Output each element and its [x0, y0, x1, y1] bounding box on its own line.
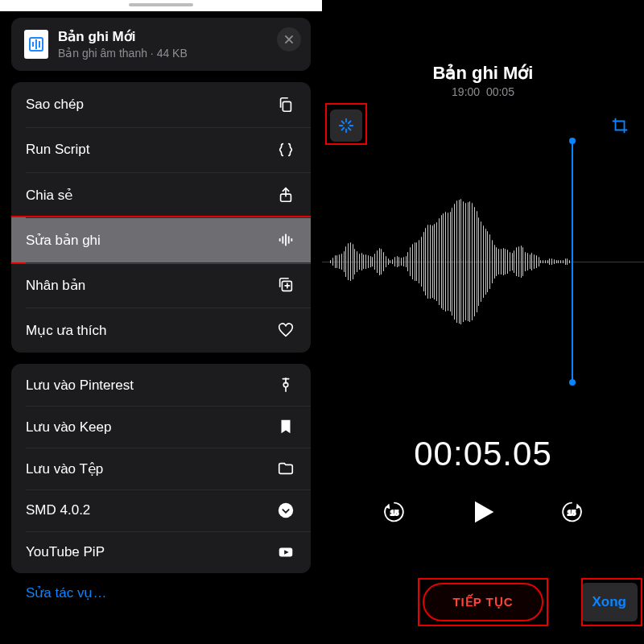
menu-item-label: Run Script [26, 142, 89, 158]
bottom-bar: TIẾP TỤC Xong [322, 567, 644, 626]
menu-item-label: YouTube PiP [26, 544, 105, 560]
continue-button[interactable]: TIẾP TỤC [423, 583, 543, 621]
current-time: 00:05.05 [322, 435, 644, 473]
copy-icon [275, 94, 296, 115]
menu-item-label: Lưu vào Keep [26, 419, 111, 436]
waveform-icon [275, 229, 296, 250]
svg-point-9 [279, 503, 293, 518]
notch [423, 0, 543, 19]
menu-item-save-pinterest[interactable]: Lưu vào Pinterest [11, 364, 311, 406]
crop-icon [611, 117, 629, 134]
svg-rect-3 [282, 237, 283, 244]
transport-controls: 15 15 [322, 491, 644, 533]
waveform [330, 141, 572, 382]
recording-title: Bản ghi Mới [322, 63, 644, 84]
actions-group-1: Sao chép Run Script Chia sẻ [11, 82, 311, 353]
menu-item-share[interactable]: Chia sẻ [11, 172, 311, 217]
playhead[interactable] [572, 141, 573, 382]
menu-item-label: Sửa bản ghi [26, 232, 101, 249]
menu-item-label: Lưu vào Pinterest [26, 377, 134, 394]
bookmark-icon [275, 416, 296, 437]
menu-item-label: SMD 4.0.2 [26, 502, 90, 518]
menu-item-copy[interactable]: Sao chép [11, 82, 311, 127]
svg-text:15: 15 [390, 508, 399, 517]
menu-item-label: Nhân bản [26, 277, 85, 294]
waveform-area[interactable] [322, 141, 644, 382]
chevron-circle-icon [275, 500, 296, 521]
menu-item-label: Mục ưa thích [26, 322, 106, 339]
menu-item-favorite[interactable]: Mục ưa thích [11, 308, 311, 353]
recording-subtitle: 19:00 00:05 [322, 85, 644, 98]
voice-editor-screen: Bản ghi Mới 19:00 00:05 00:05.05 15 15 [322, 0, 644, 644]
svg-rect-6 [291, 239, 292, 242]
skip-back-icon: 15 [381, 498, 408, 526]
sheet-grabber[interactable] [129, 3, 193, 6]
duplicate-icon [275, 275, 296, 295]
audio-file-icon [24, 30, 48, 59]
folder-icon [275, 458, 296, 479]
menu-item-run-script[interactable]: Run Script [11, 127, 311, 172]
context-menu-screen: Bản ghi Mới Bản ghi âm thanh · 44 KB Sao… [0, 0, 322, 644]
close-button[interactable] [277, 27, 301, 52]
recording-length: 00:05 [486, 85, 514, 98]
svg-rect-5 [288, 237, 290, 244]
menu-item-label: Lưu vào Tệp [26, 460, 103, 477]
svg-rect-2 [279, 239, 281, 242]
svg-rect-0 [283, 102, 291, 112]
svg-rect-4 [285, 234, 287, 246]
actions-group-2: Lưu vào Pinterest Lưu vào Keep Lưu vào T… [11, 364, 311, 573]
menu-item-label: Chia sẻ [26, 187, 72, 204]
heart-icon [275, 320, 296, 341]
menu-item-save-files[interactable]: Lưu vào Tệp [11, 448, 311, 489]
menu-item-label: Sao chép [26, 97, 84, 113]
edit-tasks-row[interactable]: Sửa tác vụ… [11, 573, 311, 616]
menu-item-save-keep[interactable]: Lưu vào Keep [11, 406, 311, 448]
enhance-button[interactable] [330, 109, 362, 142]
file-title: Bản ghi Mới [58, 29, 298, 45]
braces-icon [275, 139, 296, 160]
skip-forward-icon: 15 [558, 498, 585, 526]
share-icon [275, 184, 296, 205]
file-subtitle: Bản ghi âm thanh · 44 KB [58, 47, 298, 60]
crop-button[interactable] [604, 109, 636, 142]
file-header-card: Bản ghi Mới Bản ghi âm thanh · 44 KB [11, 18, 311, 71]
menu-item-youtube-pip[interactable]: YouTube PiP [11, 531, 311, 573]
svg-text:15: 15 [568, 508, 576, 517]
sheet-grabber-area [0, 0, 322, 11]
close-icon [283, 34, 295, 45]
menu-item-duplicate[interactable]: Nhân bản [11, 262, 311, 308]
play-icon [467, 496, 499, 528]
done-button[interactable]: Xong [581, 583, 638, 621]
play-button[interactable] [462, 491, 504, 533]
youtube-icon [275, 542, 296, 563]
pin-icon [275, 374, 296, 395]
menu-item-smd[interactable]: SMD 4.0.2 [11, 489, 311, 531]
menu-item-edit-recording[interactable]: Sửa bản ghi [11, 217, 311, 262]
sparkle-icon [337, 117, 355, 134]
recorded-at-time: 19:00 [452, 85, 480, 98]
skip-back-button[interactable]: 15 [378, 496, 411, 528]
edit-tasks-link[interactable]: Sửa tác vụ… [26, 585, 106, 601]
skip-forward-button[interactable]: 15 [555, 496, 588, 528]
